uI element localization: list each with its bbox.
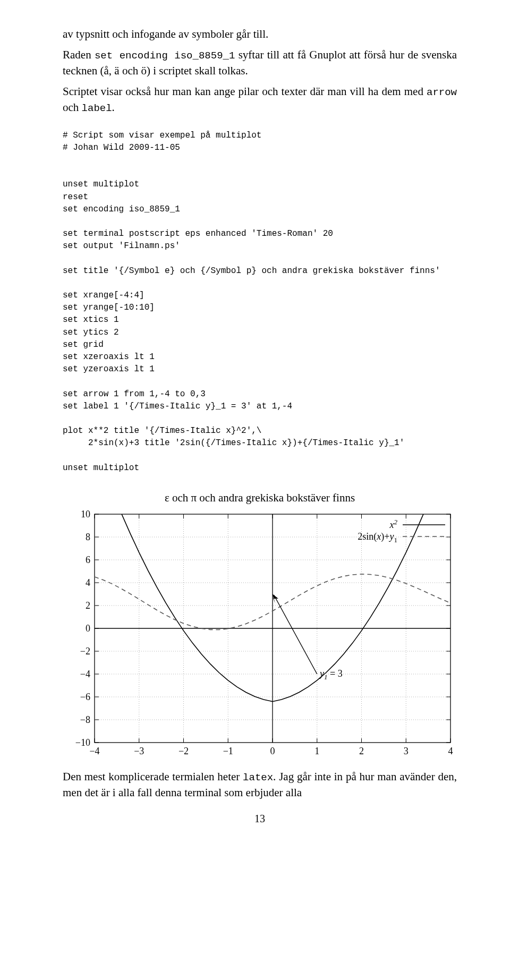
ytick: 8 xyxy=(86,532,90,542)
text: av typsnitt och infogande av symboler gå… xyxy=(63,28,268,40)
ytick: −10 xyxy=(75,737,90,748)
chart-title: ε och π och andra grekiska bokstäver fin… xyxy=(63,490,457,506)
xtick: 2 xyxy=(359,746,364,756)
xtick: −2 xyxy=(178,746,189,756)
chart: ε och π och andra grekiska bokstäver fin… xyxy=(63,490,457,759)
svg-text:2sin(x)+y1: 2sin(x)+y1 xyxy=(358,531,397,544)
ytick: −2 xyxy=(80,646,90,657)
para-encoding: Raden set encoding iso_8859_1 syftar til… xyxy=(63,47,457,79)
xtick: 4 xyxy=(448,746,453,756)
chart-svg: y1 = 3 x2 2sin(x)+y1 10 8 6 4 2 0 −2 −4 … xyxy=(63,509,457,759)
ytick: 4 xyxy=(86,577,90,588)
inline-code: set encoding iso_8859_1 xyxy=(95,50,235,62)
para-intro-cont: av typsnitt och infogande av symboler gå… xyxy=(63,27,457,42)
inline-code: arrow xyxy=(427,87,457,98)
xtick: 1 xyxy=(314,746,319,756)
xtick: −1 xyxy=(223,746,233,756)
ytick: 0 xyxy=(86,623,90,634)
text: Den mest komplicerade termialen heter xyxy=(63,770,243,783)
annotation-label: y1 = 3 xyxy=(319,668,343,681)
xtick: −3 xyxy=(134,746,144,756)
code-listing: # Script som visar exempel på multiplot … xyxy=(63,130,457,474)
ytick: 10 xyxy=(81,509,90,519)
legend: x2 2sin(x)+y1 xyxy=(358,518,445,544)
para-latex: Den mest komplicerade termialen heter la… xyxy=(63,769,457,800)
ytick: 6 xyxy=(86,555,90,565)
svg-text:x2: x2 xyxy=(389,518,398,530)
svg-line-58 xyxy=(274,595,317,674)
ytick: 2 xyxy=(86,600,90,611)
text: Scriptet visar också hur man kan ange pi… xyxy=(63,85,427,98)
text: . xyxy=(112,101,115,114)
text: och xyxy=(63,101,82,114)
ytick: −8 xyxy=(80,714,90,725)
text: Raden xyxy=(63,48,95,61)
xtick: −4 xyxy=(89,746,99,756)
xtick: 3 xyxy=(404,746,409,756)
inline-code: latex xyxy=(243,772,273,783)
para-script: Scriptet visar också hur man kan ange pi… xyxy=(63,84,457,115)
xtick: 0 xyxy=(270,746,275,756)
ytick: −6 xyxy=(80,692,90,702)
ytick: −4 xyxy=(80,669,90,679)
inline-code: label xyxy=(82,103,112,114)
page-number: 13 xyxy=(63,811,457,826)
